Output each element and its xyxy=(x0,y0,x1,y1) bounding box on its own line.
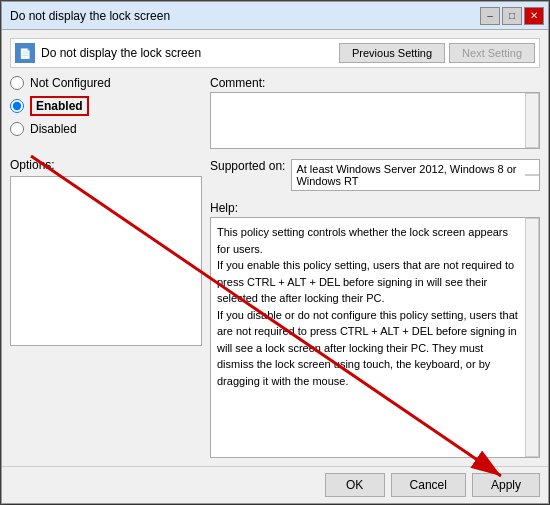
window-title: Do not display the lock screen xyxy=(10,9,170,23)
minimize-button[interactable]: – xyxy=(480,7,500,25)
radio-group: Not Configured Enabled Disabled xyxy=(10,76,202,136)
ok-button[interactable]: OK xyxy=(325,473,385,497)
close-button[interactable]: ✕ xyxy=(524,7,544,25)
title-bar: Do not display the lock screen – □ ✕ xyxy=(2,2,548,30)
options-box xyxy=(10,176,202,346)
maximize-button[interactable]: □ xyxy=(502,7,522,25)
title-buttons: – □ ✕ xyxy=(480,7,544,25)
content-area: 📄 Do not display the lock screen Previou… xyxy=(2,30,548,466)
enabled-label: Enabled xyxy=(30,96,89,116)
right-panel: Comment: Supported on: At least Windows … xyxy=(210,76,540,458)
help-para-1: This policy setting controls whether the… xyxy=(217,224,519,257)
help-box-wrapper: This policy setting controls whether the… xyxy=(210,217,540,458)
supported-text: At least Windows Server 2012, Windows 8 … xyxy=(292,160,525,190)
help-label: Help: xyxy=(210,201,540,215)
enabled-radio[interactable] xyxy=(10,99,24,113)
cancel-button[interactable]: Cancel xyxy=(391,473,466,497)
policy-header-title: Do not display the lock screen xyxy=(41,46,201,60)
not-configured-label: Not Configured xyxy=(30,76,111,90)
policy-header: 📄 Do not display the lock screen Previou… xyxy=(10,38,540,68)
help-para-3: If you disable or do not configure this … xyxy=(217,307,519,390)
nav-buttons: Previous Setting Next Setting xyxy=(339,43,535,63)
next-setting-button[interactable]: Next Setting xyxy=(449,43,535,63)
options-section: Options: xyxy=(10,158,202,346)
radio-not-configured: Not Configured xyxy=(10,76,202,90)
help-para-2: If you enable this policy setting, users… xyxy=(217,257,519,307)
not-configured-radio[interactable] xyxy=(10,76,24,90)
left-panel: Not Configured Enabled Disabled Options: xyxy=(10,76,210,458)
bottom-buttons: OK Cancel Apply xyxy=(2,466,548,503)
radio-disabled: Disabled xyxy=(10,122,202,136)
comment-label: Comment: xyxy=(210,76,540,90)
comment-textarea[interactable] xyxy=(211,93,525,148)
previous-setting-button[interactable]: Previous Setting xyxy=(339,43,445,63)
radio-enabled: Enabled xyxy=(10,96,202,116)
disabled-radio[interactable] xyxy=(10,122,24,136)
supported-section: Supported on: At least Windows Server 20… xyxy=(210,159,540,191)
policy-icon-text: 📄 xyxy=(19,48,31,59)
options-label: Options: xyxy=(10,158,202,172)
apply-button[interactable]: Apply xyxy=(472,473,540,497)
supported-on-label: Supported on: xyxy=(210,159,285,173)
supported-scrollbar[interactable] xyxy=(525,174,539,176)
comment-section: Comment: xyxy=(210,76,540,149)
help-section: Help: This policy setting controls wheth… xyxy=(210,201,540,458)
disabled-label: Disabled xyxy=(30,122,77,136)
comment-textarea-wrapper xyxy=(210,92,540,149)
main-content: Not Configured Enabled Disabled Options: xyxy=(10,76,540,458)
help-scrollbar[interactable] xyxy=(525,218,539,457)
help-text: This policy setting controls whether the… xyxy=(211,218,525,457)
policy-icon: 📄 xyxy=(15,43,35,63)
supported-box: At least Windows Server 2012, Windows 8 … xyxy=(291,159,540,191)
comment-scrollbar[interactable] xyxy=(525,93,539,148)
